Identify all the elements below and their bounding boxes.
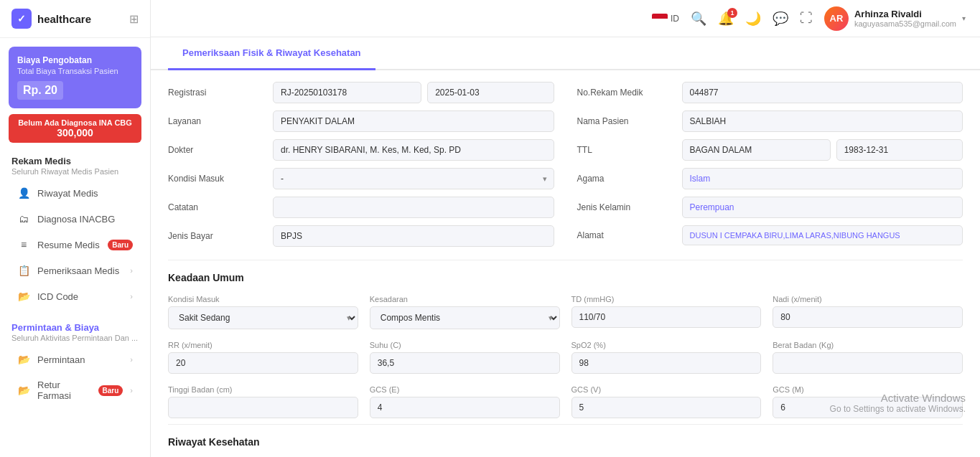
user-dropdown[interactable]: AR Arhinza Rivaldi kaguyasama535@gmail.c… xyxy=(824,6,966,31)
sidebar-item-resume-medis[interactable]: ≡ Resume Medis Baru xyxy=(6,232,144,257)
jenis-bayar-value[interactable] xyxy=(273,225,554,247)
flag-icon xyxy=(652,14,668,24)
dark-mode-icon[interactable]: 🌙 xyxy=(745,11,761,27)
riwayat-kesehatan-section: Riwayat Kesehatan Keluhan Utama Nyeri pe… xyxy=(168,425,963,457)
no-rekam-medik-value[interactable] xyxy=(682,82,963,103)
ttl-date[interactable] xyxy=(836,139,963,161)
chevron-right-icon: › xyxy=(130,266,133,275)
alamat-value[interactable] xyxy=(682,225,963,245)
ku-suhu-label: Suhu (C) xyxy=(370,341,560,349)
catatan-value[interactable] xyxy=(273,197,554,218)
nama-pasien-value[interactable] xyxy=(682,110,963,132)
permintaan-biaya-title: Permintaan & Biaya xyxy=(11,322,139,333)
resume-medis-badge: Baru xyxy=(108,240,133,250)
ku-gcs-v-input[interactable] xyxy=(571,397,762,418)
ku-tinggi-badan-label: Tinggi Badan (cm) xyxy=(168,385,358,394)
diagnosa-card-label: Belum Ada Diagnosa INA CBG xyxy=(16,118,134,127)
ku-gcs-m-label: GCS (M) xyxy=(773,385,963,394)
biaya-pengobatan-title: Biaya Pengobatan xyxy=(17,55,133,65)
ttl-place[interactable] xyxy=(682,139,831,161)
pemeriksaan-medis-label: Pemeriksaan Medis xyxy=(37,265,123,276)
ku-rr-label: RR (x/menit) xyxy=(168,341,358,349)
ku-suhu-input[interactable] xyxy=(370,352,560,374)
ku-berat-badan-input[interactable] xyxy=(773,352,963,374)
ku-kondisi-masuk-select[interactable]: Sakit Sedang Sakit Ringan Sakit Berat xyxy=(168,306,358,329)
sidebar-item-diagnosa-inacbg[interactable]: 🗂 Diagnosa INACBG xyxy=(6,207,144,231)
diagnosa-card: Belum Ada Diagnosa INA CBG 300,000 xyxy=(9,114,141,143)
sidebar-item-icd-code[interactable]: 📂 ICD Code › xyxy=(6,284,144,308)
sidebar-item-retur-farmasi[interactable]: 📂 Retur Farmasi Baru › xyxy=(6,373,144,407)
ku-nadi-input[interactable] xyxy=(773,306,963,328)
riwayat-kesehatan-title: Riwayat Kesehatan xyxy=(168,436,963,448)
logo-icon: ✓ xyxy=(11,9,32,29)
sidebar-item-pemeriksaan-medis[interactable]: 📋 Pemeriksaan Medis › xyxy=(6,258,144,283)
ku-kondisi-masuk: Kondisi Masuk Sakit Sedang Sakit Ringan … xyxy=(168,295,358,329)
catatan-row: Catatan xyxy=(168,197,554,218)
alamat-row: Alamat xyxy=(577,225,963,245)
dokter-value[interactable] xyxy=(273,139,554,161)
no-rekam-medik-row: No.Rekam Medik xyxy=(577,82,963,103)
chevron-right-icon-2: › xyxy=(130,292,133,301)
retur-farmasi-label: Retur Farmasi xyxy=(37,380,91,401)
tab-pemeriksaan[interactable]: Pemeriksaan Fisik & Riwayat Kesehatan xyxy=(168,37,375,70)
riwayat-medis-label: Riwayat Medis xyxy=(37,188,133,199)
sidebar-item-riwayat-medis[interactable]: 👤 Riwayat Medis xyxy=(6,181,144,205)
ku-td-input[interactable] xyxy=(571,306,762,328)
retur-icon: 📂 xyxy=(17,385,30,396)
layanan-value[interactable] xyxy=(273,110,554,132)
ku-rr: RR (x/menit) xyxy=(168,341,358,374)
sidebar-item-permintaan[interactable]: 📂 Permintaan › xyxy=(6,347,144,372)
ku-spo2-input[interactable] xyxy=(571,352,762,374)
permintaan-biaya-desc: Seluruh Aktivitas Permintaan Dan ... xyxy=(11,334,139,342)
jenis-kelamin-value[interactable] xyxy=(682,197,963,218)
ku-berat-badan: Berat Badan (Kg) xyxy=(773,341,963,374)
ku-berat-badan-label: Berat Badan (Kg) xyxy=(773,341,963,349)
clipboard-icon: 📋 xyxy=(17,265,30,276)
grid-icon[interactable]: ⊞ xyxy=(129,12,139,26)
icd-icon: 📂 xyxy=(17,291,30,302)
catatan-label: Catatan xyxy=(168,202,261,212)
user-email: kaguyasama535@gmail.com xyxy=(854,19,956,28)
fullscreen-icon[interactable]: ⛶ xyxy=(800,11,813,26)
ku-suhu: Suhu (C) xyxy=(370,341,560,374)
registrasi-row: Registrasi xyxy=(168,82,554,103)
permintaan-label: Permintaan xyxy=(37,354,123,365)
ku-rr-input[interactable] xyxy=(168,352,358,374)
registrasi-date[interactable] xyxy=(427,82,554,103)
rekam-medis-section: Rekam Medis Seluruh Riwayat Medis Pasien xyxy=(0,149,150,180)
chevron-right-icon-4: › xyxy=(130,386,133,395)
ku-kesadaran-select[interactable]: Compos Mentis Apatis Somnolen xyxy=(370,306,560,329)
biaya-pengobatan-card: Biaya Pengobatan Total Biaya Transaksi P… xyxy=(9,47,141,108)
ku-gcs-e: GCS (E) xyxy=(370,385,560,418)
ku-spo2-label: SpO2 (%) xyxy=(571,341,762,349)
registrasi-value[interactable] xyxy=(273,82,421,103)
ku-tinggi-badan-input[interactable] xyxy=(168,397,358,418)
notification-icon-btn[interactable]: 🔔 1 xyxy=(718,11,734,27)
keadaan-umum-grid: Kondisi Masuk Sakit Sedang Sakit Ringan … xyxy=(168,295,963,418)
ku-kondisi-masuk-label: Kondisi Masuk xyxy=(168,295,358,303)
chat-icon[interactable]: 💬 xyxy=(773,11,788,27)
kondisi-masuk-select[interactable]: - xyxy=(273,168,554,189)
kondisi-masuk-top-label: Kondisi Masuk xyxy=(168,174,261,184)
retur-farmasi-badge: Baru xyxy=(98,385,123,396)
language-selector[interactable]: ID xyxy=(652,14,679,24)
biaya-pengobatan-amount: Rp. 20 xyxy=(17,81,63,100)
list-icon: ≡ xyxy=(17,239,30,250)
ku-nadi: Nadi (x/menit) xyxy=(773,295,963,329)
agama-value[interactable] xyxy=(682,168,963,189)
permintaan-biaya-section: Permintaan & Biaya Seluruh Aktivitas Per… xyxy=(0,315,150,347)
patient-info-grid: Registrasi Layanan Dokter xyxy=(168,70,963,260)
ku-td: TD (mmHG) xyxy=(571,295,762,329)
patient-form-area: Registrasi Layanan Dokter xyxy=(151,70,980,457)
patient-info-left: Registrasi Layanan Dokter xyxy=(168,82,554,254)
user-name: Arhinza Rivaldi xyxy=(854,9,956,19)
rekam-medis-desc: Seluruh Riwayat Medis Pasien xyxy=(11,167,139,176)
folder-icon: 🗂 xyxy=(17,213,30,225)
ku-td-label: TD (mmHG) xyxy=(571,295,762,303)
search-icon-btn[interactable]: 🔍 xyxy=(691,11,706,27)
ku-gcs-m-input[interactable] xyxy=(773,397,963,418)
person-icon: 👤 xyxy=(17,187,30,199)
ku-nadi-label: Nadi (x/menit) xyxy=(773,295,963,303)
ku-gcs-e-label: GCS (E) xyxy=(370,385,560,394)
ku-gcs-e-input[interactable] xyxy=(370,397,560,418)
